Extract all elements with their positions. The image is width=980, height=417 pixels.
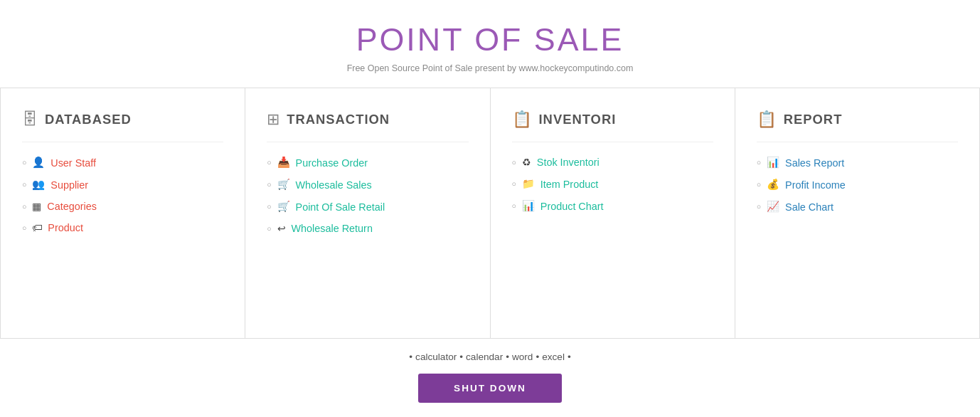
footer-dot: • xyxy=(506,352,509,362)
menu-item-icon: ▦ xyxy=(32,201,41,212)
menu-item-icon: 🛒 xyxy=(277,201,290,213)
menu-item-icon: 📈 xyxy=(767,201,779,213)
page-header: POINT OF SALE Free Open Source Point of … xyxy=(347,0,634,88)
page-title: POINT OF SALE xyxy=(347,21,634,58)
footer-dot: • xyxy=(536,352,539,362)
link-point-of-sale-retail[interactable]: Point Of Sale Retail xyxy=(296,201,385,213)
menu-item-icon: 👥 xyxy=(32,179,45,191)
panel-title-inventori: INVENTORI xyxy=(539,112,617,127)
bullet-icon: ○ xyxy=(512,202,516,210)
bullet-icon: ○ xyxy=(267,203,271,211)
bullet-icon: ○ xyxy=(22,203,26,211)
page-subtitle: Free Open Source Point of Sale present b… xyxy=(347,63,634,73)
panel-header-databased: 🗄DATABASED xyxy=(22,110,223,142)
panel-header-report: 📋REPORT xyxy=(757,110,958,142)
panel-icon-report: 📋 xyxy=(757,110,777,129)
list-item: ○♻Stok Inventori xyxy=(512,157,713,168)
list-item: ○📊Product Chart xyxy=(512,200,713,212)
menu-item-icon: 📥 xyxy=(277,157,290,169)
link-sale-chart[interactable]: Sale Chart xyxy=(785,201,833,213)
bullet-icon: ○ xyxy=(512,180,516,188)
footer-link-calendar[interactable]: calendar xyxy=(466,352,503,362)
footer-dot: • xyxy=(459,352,463,362)
bullet-icon: ○ xyxy=(757,159,761,167)
menu-item-icon: 💰 xyxy=(767,179,779,191)
bullet-icon: ○ xyxy=(512,159,516,167)
bullet-icon: ○ xyxy=(267,159,271,167)
menu-item-icon: ♻ xyxy=(522,157,531,168)
link-user-staff[interactable]: User Staff xyxy=(50,157,96,169)
menu-item-icon: 🛒 xyxy=(277,179,290,191)
panel-transaction: ⊞TRANSACTION○📥Purchase Order○🛒Wholesale … xyxy=(245,88,490,339)
bullet-icon: ○ xyxy=(22,224,26,232)
link-categories[interactable]: Categories xyxy=(47,201,97,212)
bullet-icon: ○ xyxy=(22,181,26,189)
panel-inventori: 📋INVENTORI○♻Stok Inventori○📁Item Product… xyxy=(491,88,735,339)
main-grid: 🗄DATABASED○👤User Staff○👥Supplier○▦Catego… xyxy=(0,88,980,339)
menu-list-report: ○📊Sales Report○💰Profit Income○📈Sale Char… xyxy=(757,157,958,213)
panel-icon-inventori: 📋 xyxy=(512,110,532,129)
shutdown-button[interactable]: SHUT DOWN xyxy=(418,374,562,403)
list-item: ○↩Wholesale Return xyxy=(267,223,468,234)
bullet-icon: ○ xyxy=(22,159,26,167)
panel-report: 📋REPORT○📊Sales Report○💰Profit Income○📈Sa… xyxy=(735,88,980,339)
footer-link-excel[interactable]: excel xyxy=(542,352,565,362)
menu-item-icon: 🏷 xyxy=(32,222,42,233)
link-item-product[interactable]: Item Product xyxy=(540,179,599,190)
bullet-icon: ○ xyxy=(757,203,761,211)
link-sales-report[interactable]: Sales Report xyxy=(785,157,844,169)
menu-item-icon: ↩ xyxy=(277,223,286,234)
menu-list-databased: ○👤User Staff○👥Supplier○▦Categories○🏷Prod… xyxy=(22,157,223,233)
panel-icon-databased: 🗄 xyxy=(22,110,38,129)
bullet-icon: ○ xyxy=(757,181,761,189)
panel-databased: 🗄DATABASED○👤User Staff○👥Supplier○▦Catego… xyxy=(1,88,245,339)
menu-list-inventori: ○♻Stok Inventori○📁Item Product○📊Product … xyxy=(512,157,713,212)
list-item: ○📥Purchase Order xyxy=(267,157,468,169)
panel-title-report: REPORT xyxy=(784,112,843,127)
link-wholesale-return[interactable]: Wholesale Return xyxy=(292,223,373,234)
menu-item-icon: 👤 xyxy=(32,157,45,169)
list-item: ○📁Item Product xyxy=(512,178,713,190)
list-item: ○▦Categories xyxy=(22,201,223,212)
menu-item-icon: 📊 xyxy=(522,200,535,212)
panel-title-transaction: TRANSACTION xyxy=(287,112,390,127)
menu-item-icon: 📊 xyxy=(767,157,779,169)
list-item: ○📈Sale Chart xyxy=(757,201,958,213)
footer-link-calculator[interactable]: calculator xyxy=(415,352,457,362)
bullet-icon: ○ xyxy=(267,225,271,233)
panel-icon-transaction: ⊞ xyxy=(267,110,279,129)
list-item: ○🏷Product xyxy=(22,222,223,233)
footer-dot: • xyxy=(568,352,571,362)
link-product-chart[interactable]: Product Chart xyxy=(540,201,604,212)
panel-header-transaction: ⊞TRANSACTION xyxy=(267,110,468,142)
menu-item-icon: 📁 xyxy=(522,178,535,190)
list-item: ○💰Profit Income xyxy=(757,179,958,191)
list-item: ○🛒Wholesale Sales xyxy=(267,179,468,191)
link-product[interactable]: Product xyxy=(48,222,83,233)
footer-link-word[interactable]: word xyxy=(512,352,533,362)
link-supplier[interactable]: Supplier xyxy=(50,179,88,191)
footer: •calculator•calendar•word•excel• SHUT DO… xyxy=(406,339,573,417)
panel-title-databased: DATABASED xyxy=(45,112,132,127)
list-item: ○🛒Point Of Sale Retail xyxy=(267,201,468,213)
menu-list-transaction: ○📥Purchase Order○🛒Wholesale Sales○🛒Point… xyxy=(267,157,468,234)
link-profit-income[interactable]: Profit Income xyxy=(785,179,846,191)
link-stok-inventori[interactable]: Stok Inventori xyxy=(537,157,600,168)
list-item: ○👥Supplier xyxy=(22,179,223,191)
link-purchase-order[interactable]: Purchase Order xyxy=(296,157,368,169)
footer-dot: • xyxy=(409,352,412,362)
bullet-icon: ○ xyxy=(267,181,271,189)
panel-header-inventori: 📋INVENTORI xyxy=(512,110,713,142)
list-item: ○📊Sales Report xyxy=(757,157,958,169)
footer-links: •calculator•calendar•word•excel• xyxy=(406,352,573,362)
link-wholesale-sales[interactable]: Wholesale Sales xyxy=(296,179,372,191)
list-item: ○👤User Staff xyxy=(22,157,223,169)
